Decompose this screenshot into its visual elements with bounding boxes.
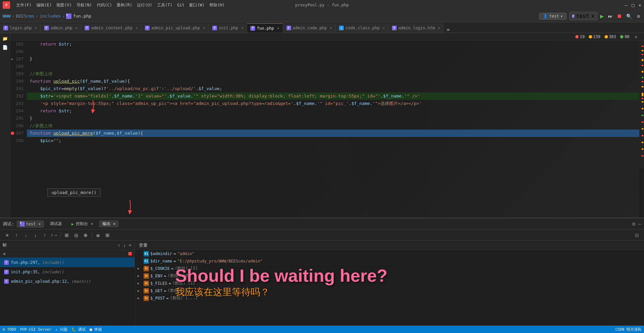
menu-file[interactable]: 文件(F) bbox=[16, 2, 32, 8]
status-terminal[interactable]: ■ 终端 bbox=[90, 327, 101, 332]
step-out-button[interactable]: ↓ bbox=[31, 231, 40, 239]
settings-button[interactable]: ⚙ bbox=[636, 13, 641, 20]
tab-close-code[interactable]: × bbox=[330, 26, 332, 30]
step-over-button[interactable]: ⏭ bbox=[607, 13, 614, 20]
tab-close-pic[interactable]: × bbox=[203, 26, 205, 30]
resume-button[interactable]: ≡ bbox=[3, 231, 11, 239]
tab-admin-code[interactable]: P admin_code.php × bbox=[283, 23, 336, 33]
status-problems[interactable]: ⚠ 问题 bbox=[55, 327, 67, 332]
run-button[interactable]: ▶ bbox=[600, 12, 604, 20]
console-tab-close[interactable]: × bbox=[91, 222, 93, 226]
output-tab[interactable]: 输出 × bbox=[99, 220, 119, 227]
breadcrumb-www[interactable]: WWW bbox=[3, 13, 10, 19]
tabs-overflow[interactable]: » bbox=[444, 26, 453, 33]
tab-init[interactable]: P init.php × bbox=[209, 23, 247, 33]
menu-code[interactable]: 代码(C) bbox=[97, 2, 112, 8]
error-count[interactable]: ! 19 bbox=[575, 34, 584, 39]
ok-count[interactable]: ✓ 90 bbox=[620, 34, 629, 39]
var-cookie[interactable]: ▶ 1≡ $_COOKIE = (数组) [3] bbox=[135, 265, 644, 272]
var-get[interactable]: ▶ 1≡ $_GET = (数组) [2] bbox=[135, 287, 644, 295]
tab-admin-login[interactable]: P admin_login.htm × bbox=[389, 23, 444, 33]
breadcrumb-beescms[interactable]: BEEScms bbox=[16, 13, 34, 19]
window-controls[interactable]: — □ ✕ bbox=[625, 2, 641, 8]
menu-run[interactable]: 运行(U) bbox=[137, 2, 152, 8]
tab-close-init[interactable]: × bbox=[241, 26, 244, 30]
menu-edit[interactable]: 编辑(E) bbox=[36, 2, 52, 8]
tab-admin-php[interactable]: P admin.php × bbox=[41, 23, 82, 33]
var-env[interactable]: ▶ 1≡ $_ENV = (数组) [0] bbox=[135, 272, 644, 280]
tab-close-adminlogin[interactable]: × bbox=[438, 26, 440, 30]
step-into-button[interactable]: ↓ bbox=[22, 231, 30, 239]
run-to-cursor-button[interactable]: ↑ bbox=[40, 231, 49, 239]
var-expand-get[interactable]: ▶ bbox=[137, 289, 142, 293]
warning2-count[interactable]: ⚠ 303 bbox=[605, 34, 616, 39]
tab-close-class[interactable]: × bbox=[382, 26, 385, 30]
step-over-button[interactable]: ↑ bbox=[12, 231, 21, 239]
menu-view[interactable]: 视图(V) bbox=[56, 2, 72, 8]
panel-settings-icon[interactable]: ⚙ bbox=[632, 221, 636, 227]
status-server[interactable]: PHP-CGI Server bbox=[20, 327, 52, 332]
frame-fun-php[interactable]: P fun.php:297, include() bbox=[0, 258, 134, 267]
var-expand-env[interactable]: ▶ bbox=[137, 274, 142, 278]
frames-button[interactable]: ⊕ bbox=[81, 231, 90, 239]
watch-button[interactable]: ⊞ bbox=[62, 231, 71, 239]
menu-window[interactable]: 窗口(W) bbox=[189, 2, 205, 8]
var-post[interactable]: ▶ 1≡ $_POST = (数组) [...] bbox=[135, 295, 644, 302]
explorer-icon[interactable]: 📁 bbox=[1, 34, 9, 43]
file-icon[interactable]: 📄 bbox=[1, 43, 9, 51]
var-admindir[interactable]: 01 $admindir = "admin" bbox=[135, 250, 644, 257]
tab-admin-content[interactable]: P admin_content.php × bbox=[81, 23, 141, 33]
var-expand-cookie[interactable]: ▶ bbox=[137, 267, 142, 270]
frame-admin-pic-upload[interactable]: P admin_pic_upload.php:12, (main)() bbox=[0, 277, 134, 286]
tab-login-php[interactable]: P login.php × bbox=[0, 23, 41, 33]
stop-button[interactable]: ⏹ bbox=[617, 13, 622, 19]
error-bar-chevron[interactable]: ∧ bbox=[635, 34, 637, 39]
minimap-scrollbar[interactable] bbox=[639, 40, 644, 169]
expand-panel-button[interactable]: ⊟ bbox=[633, 231, 641, 239]
close-button[interactable]: ✕ bbox=[639, 2, 641, 8]
frames-sort-down[interactable]: ↓ bbox=[123, 243, 126, 248]
search-button[interactable]: 🔍 bbox=[625, 13, 633, 20]
menu-git[interactable]: Git bbox=[177, 3, 185, 7]
menu-bar[interactable]: P 文件(F) 编辑(E) 视图(V) 导航(N) 代码(C) 重构(R) 运行… bbox=[3, 1, 225, 9]
grid-view-button[interactable]: ⊞ bbox=[103, 231, 112, 239]
tab-code-class[interactable]: c code.class.php × bbox=[336, 23, 389, 33]
test-config[interactable]: P test ▾ bbox=[569, 12, 597, 20]
tab-close-login[interactable]: × bbox=[35, 26, 37, 30]
menu-help[interactable]: 帮助(H) bbox=[209, 2, 225, 8]
minimize-button[interactable]: — bbox=[625, 2, 627, 8]
frame-init-php[interactable]: P init.php:35, include() bbox=[0, 267, 134, 277]
frames-sort-up[interactable]: ↑ bbox=[117, 243, 120, 248]
menu-nav[interactable]: 导航(N) bbox=[76, 2, 92, 8]
debugger-tab[interactable]: 调试器 bbox=[47, 220, 65, 227]
output-tab-close[interactable]: × bbox=[113, 222, 116, 226]
user-dropdown[interactable]: 👤 test ▾ bbox=[539, 13, 566, 20]
list-view-button[interactable]: ≣ bbox=[94, 231, 102, 239]
warning1-count[interactable]: ⚠ 239 bbox=[589, 34, 601, 39]
menu-tools[interactable]: 工具(T) bbox=[157, 2, 173, 8]
tab-close-fun[interactable]: × bbox=[277, 26, 279, 30]
tab-close-admin[interactable]: × bbox=[75, 26, 78, 30]
debug-session-config[interactable]: P test × bbox=[17, 221, 44, 227]
panel-minimize-icon[interactable]: — bbox=[638, 221, 641, 227]
console-tab[interactable]: ▶ 控制台 × bbox=[68, 220, 96, 227]
tab-fun-php[interactable]: P fun.php × bbox=[247, 23, 283, 33]
breakpoints-button[interactable]: ◎ bbox=[72, 231, 81, 239]
var-files[interactable]: ▶ 1≡ $_FILES = (数组) [1] bbox=[135, 280, 644, 287]
var-dirname[interactable]: 01 $dir_name = "E:/phpstudy_pro/WWW/BEES… bbox=[135, 257, 644, 265]
evaluate-button[interactable]: ↑→ bbox=[50, 231, 59, 239]
tab-admin-pic-upload[interactable]: P admin_pic_upload.php × bbox=[142, 23, 209, 33]
maximize-button[interactable]: □ bbox=[632, 2, 634, 8]
collapse-left-icon[interactable]: ◀ bbox=[3, 251, 5, 256]
var-expand-post[interactable]: ▶ bbox=[137, 296, 142, 300]
status-csdn[interactable]: CSDN 明月清风 bbox=[615, 327, 641, 332]
status-todo[interactable]: ≡ TODO bbox=[3, 327, 16, 332]
tab-close-content[interactable]: × bbox=[135, 26, 138, 30]
breadcrumb-includes[interactable]: includes bbox=[40, 13, 61, 19]
session-close[interactable]: × bbox=[38, 222, 41, 226]
breadcrumb-filename[interactable]: fun.php bbox=[73, 13, 91, 19]
menu-refactor[interactable]: 重构(R) bbox=[117, 2, 132, 8]
status-debug[interactable]: 🐛 调试 bbox=[71, 327, 86, 332]
frames-add-button[interactable]: + bbox=[128, 242, 132, 248]
var-expand-files[interactable]: ▶ bbox=[137, 281, 142, 285]
